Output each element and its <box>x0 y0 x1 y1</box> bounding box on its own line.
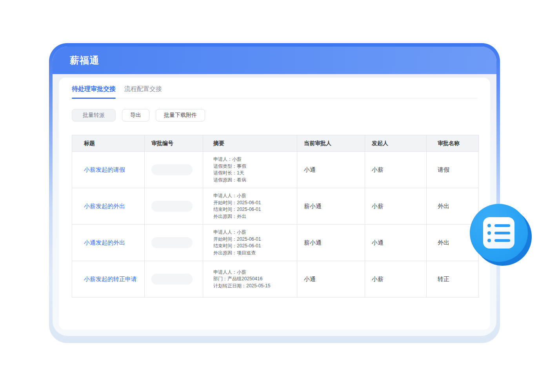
app-title: 薪福通 <box>70 54 99 67</box>
table-row: 小薪发起的外出申请人人：小薪开始时间：2025-06-01结束时间：2025-0… <box>72 188 479 225</box>
approval-name: 请假 <box>438 166 449 173</box>
approval-name: 外出 <box>438 203 449 209</box>
initiator: 小薪 <box>372 166 384 173</box>
tab-bar: 待处理审批交接 流程配置交接 <box>72 78 477 98</box>
initiator-cell: 小通 <box>365 225 427 261</box>
summary-cell: 申请人人：小薪开始时间：2025-06-01结束时间：2025-06-01外出原… <box>203 188 297 225</box>
title-cell: 小通发起的外出 <box>72 225 145 261</box>
current-approver: 小通 <box>304 276 316 282</box>
list-fab-button[interactable] <box>470 204 532 266</box>
initiator: 小通 <box>372 239 384 246</box>
number-cell <box>145 261 203 298</box>
summary-cell: 申请人人：小薪部门：产品组20250416计划转正日期：2025-05-15 <box>203 261 297 298</box>
table-row: 小薪发起的转正申请申请人人：小薪部门：产品组20250416计划转正日期：202… <box>72 261 479 298</box>
table-header-row: 标题 审批编号 摘要 当前审批人 发起人 审批名称 <box>72 135 479 152</box>
approval-name: 外出 <box>438 239 449 246</box>
initiator-cell: 小薪 <box>365 188 427 225</box>
row-summary: 申请人人：小薪开始时间：2025-06-01结束时间：2025-06-01外出原… <box>213 229 297 256</box>
app-window-inner: 薪福通 待处理审批交接 流程配置交接 批量转派 导出 批量下载附件 标题 <box>53 47 496 336</box>
row-title-link[interactable]: 小薪发起的外出 <box>84 203 125 209</box>
column-header-number: 审批编号 <box>145 135 203 152</box>
table-row: 小通发起的外出申请人人：小薪开始时间：2025-06-01结束时间：2025-0… <box>72 225 479 261</box>
approval-table: 标题 审批编号 摘要 当前审批人 发起人 审批名称 小薪发起的请假申请人：小薪请… <box>72 135 479 298</box>
initiator-cell: 小薪 <box>365 152 427 188</box>
current-approver: 小通 <box>304 166 316 173</box>
column-header-summary: 摘要 <box>203 135 297 152</box>
list-icon <box>483 217 514 249</box>
column-header-title: 标题 <box>72 135 145 152</box>
summary-cell: 申请人：小薪请假类型：事假请假时长：1天请假原因：看病 <box>203 152 297 188</box>
approval-number-placeholder <box>151 237 193 248</box>
approval-number-placeholder <box>151 164 193 175</box>
content-card: 待处理审批交接 流程配置交接 批量转派 导出 批量下载附件 标题 审批编号 摘要 <box>59 78 490 330</box>
column-header-approval-name: 审批名称 <box>427 135 479 152</box>
number-cell <box>145 152 203 188</box>
initiator: 小薪 <box>372 276 384 282</box>
row-title-link[interactable]: 小薪发起的请假 <box>84 166 125 173</box>
current-approver-cell: 薪小通 <box>297 188 365 225</box>
tab-process-config[interactable]: 流程配置交接 <box>124 85 162 98</box>
initiator-cell: 小薪 <box>365 261 427 298</box>
app-window: 薪福通 待处理审批交接 流程配置交接 批量转派 导出 批量下载附件 标题 <box>49 43 500 343</box>
current-approver-cell: 薪小通 <box>297 225 365 261</box>
approval-name: 转正 <box>438 276 449 282</box>
approval-name-cell: 转正 <box>427 261 479 298</box>
summary-cell: 申请人人：小薪开始时间：2025-06-01结束时间：2025-06-01外出原… <box>203 225 297 261</box>
title-cell: 小薪发起的转正申请 <box>72 261 145 298</box>
current-approver: 薪小通 <box>304 239 322 246</box>
approval-name-cell: 请假 <box>427 152 479 188</box>
column-header-initiator: 发起人 <box>365 135 427 152</box>
row-summary: 申请人人：小薪开始时间：2025-06-01结束时间：2025-06-01外出原… <box>213 192 297 220</box>
toolbar: 批量转派 导出 批量下载附件 <box>72 109 477 122</box>
number-cell <box>145 225 203 261</box>
fab-circle <box>470 204 528 262</box>
table-row: 小薪发起的请假申请人：小薪请假类型：事假请假时长：1天请假原因：看病小通小薪请假 <box>72 152 479 188</box>
export-button[interactable]: 导出 <box>122 109 149 122</box>
app-header: 薪福通 <box>53 47 496 74</box>
row-title-link[interactable]: 小通发起的外出 <box>84 239 125 246</box>
column-header-approver: 当前审批人 <box>297 135 365 152</box>
approval-number-placeholder <box>151 201 193 212</box>
number-cell <box>145 188 203 225</box>
row-summary: 申请人：小薪请假类型：事假请假时长：1天请假原因：看病 <box>213 156 297 183</box>
title-cell: 小薪发起的请假 <box>72 152 145 188</box>
approval-table-body: 小薪发起的请假申请人：小薪请假类型：事假请假时长：1天请假原因：看病小通小薪请假… <box>72 152 479 298</box>
current-approver-cell: 小通 <box>297 261 365 298</box>
batch-download-attachments-button[interactable]: 批量下载附件 <box>156 109 205 122</box>
initiator: 小薪 <box>372 203 384 209</box>
current-approver-cell: 小通 <box>297 152 365 188</box>
title-cell: 小薪发起的外出 <box>72 188 145 225</box>
approval-number-placeholder <box>151 274 193 285</box>
row-title-link[interactable]: 小薪发起的转正申请 <box>84 276 137 282</box>
tab-pending-approvals[interactable]: 待处理审批交接 <box>72 85 116 98</box>
batch-transfer-button[interactable]: 批量转派 <box>72 109 116 122</box>
current-approver: 薪小通 <box>304 203 322 209</box>
row-summary: 申请人人：小薪部门：产品组20250416计划转正日期：2025-05-15 <box>213 269 297 290</box>
